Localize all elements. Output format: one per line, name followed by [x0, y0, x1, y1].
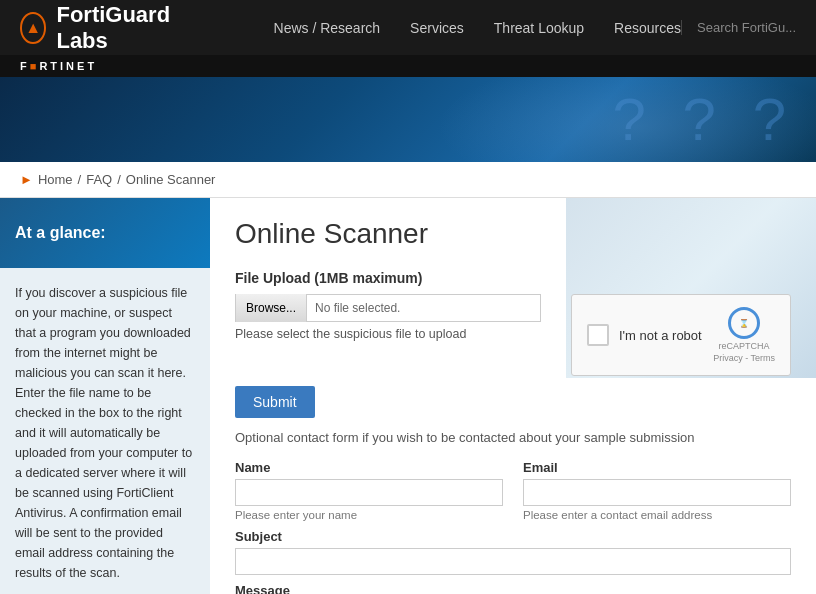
file-input-area: Browse... No file selected. Please selec… [235, 294, 541, 356]
submit-button[interactable]: Submit [235, 386, 315, 418]
logo-area: ▲ FortiGuard Labs [20, 2, 194, 54]
main-layout: At a glance: If you discover a suspiciou… [0, 198, 816, 594]
recaptcha-box[interactable]: I'm not a robot ⌛ reCAPTCHA Privacy - Te… [571, 294, 791, 376]
main-nav: News / Research Services Threat Lookup R… [274, 20, 682, 36]
hero-banner: ? ? ? [0, 77, 816, 162]
sidebar-title: At a glance: [15, 224, 106, 242]
message-label: Message [235, 583, 791, 594]
breadcrumb-current: Online Scanner [126, 172, 216, 187]
optional-form-label: Optional contact form if you wish to be … [235, 430, 791, 445]
email-label: Email [523, 460, 791, 475]
email-hint: Please enter a contact email address [523, 509, 791, 521]
breadcrumb-sep2: / [117, 172, 121, 187]
file-upload-row: Browse... No file selected. Please selec… [235, 294, 791, 376]
sidebar-header: At a glance: [0, 198, 210, 268]
sidebar-description: If you discover a suspicious file on you… [15, 283, 195, 583]
breadcrumb-arrow: ► [20, 172, 33, 187]
message-group: Message [235, 583, 791, 594]
email-group: Email Please enter a contact email addre… [523, 460, 791, 521]
subject-label: Subject [235, 529, 791, 544]
breadcrumb-home[interactable]: Home [38, 172, 73, 187]
recaptcha-privacy-links: Privacy - Terms [713, 353, 775, 363]
nav-threat-lookup[interactable]: Threat Lookup [494, 20, 584, 36]
site-title: FortiGuard Labs [56, 2, 193, 54]
recaptcha-logo: ⌛ reCAPTCHA Privacy - Terms [713, 307, 775, 363]
nav-services[interactable]: Services [410, 20, 464, 36]
file-hint-text: Please select the suspicious file to upl… [235, 327, 541, 341]
breadcrumb-faq[interactable]: FAQ [86, 172, 112, 187]
header: ▲ FortiGuard Labs News / Research Servic… [0, 0, 816, 55]
sidebar: At a glance: If you discover a suspiciou… [0, 198, 210, 594]
file-name-display: No file selected. [307, 297, 540, 319]
nav-resources[interactable]: Resources [614, 20, 681, 36]
recaptcha-spinner-icon: ⌛ [728, 307, 760, 339]
name-email-row: Name Please enter your name Email Please… [235, 460, 791, 521]
hero-decoration: ? ? ? [466, 77, 816, 162]
breadcrumb-sep1: / [78, 172, 82, 187]
page-title: Online Scanner [235, 218, 791, 250]
content-inner: Online Scanner File Upload (1MB maximum)… [235, 218, 791, 594]
subject-input[interactable] [235, 548, 791, 575]
name-group: Name Please enter your name [235, 460, 503, 521]
name-input[interactable] [235, 479, 503, 506]
search-area[interactable]: Search FortiGu... [681, 20, 796, 35]
name-label: Name [235, 460, 503, 475]
sidebar-body: If you discover a suspicious file on you… [0, 268, 210, 594]
file-upload-label: File Upload (1MB maximum) [235, 270, 791, 286]
nav-news-research[interactable]: News / Research [274, 20, 381, 36]
search-label: Search FortiGu... [697, 20, 796, 35]
fortinet-logo-text: F■RTINET [20, 60, 97, 72]
subject-group: Subject [235, 529, 791, 575]
email-input[interactable] [523, 479, 791, 506]
recaptcha-subtext: reCAPTCHA [719, 341, 770, 351]
content-area: Online Scanner File Upload (1MB maximum)… [210, 198, 816, 594]
name-hint: Please enter your name [235, 509, 503, 521]
recaptcha-label: I'm not a robot [619, 328, 703, 343]
browse-button[interactable]: Browse... [236, 294, 307, 322]
breadcrumb: ► Home / FAQ / Online Scanner [0, 162, 816, 198]
recaptcha-checkbox[interactable] [587, 324, 609, 346]
fortiguard-shield-icon: ▲ [20, 12, 46, 44]
file-input-wrapper: Browse... No file selected. [235, 294, 541, 322]
